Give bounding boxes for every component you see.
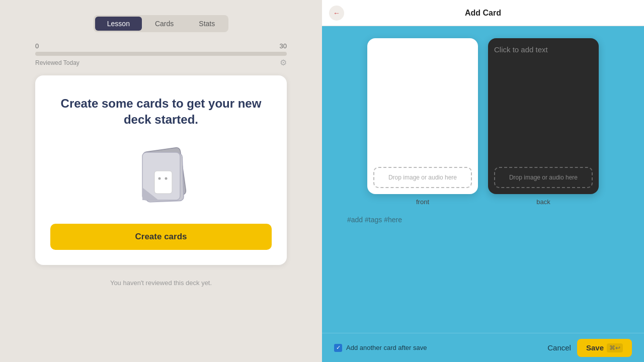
add-another-label: Add another card after save (346, 344, 427, 351)
back-arrow-icon: ← (333, 9, 340, 17)
back-card-text-placeholder[interactable]: Click to add text (494, 45, 593, 167)
tags-input[interactable] (347, 214, 619, 226)
reviewed-text: Reviewed Today (35, 59, 79, 66)
save-label: Save (586, 343, 604, 352)
front-card-wrapper: Drop image or audio here front (367, 38, 478, 206)
add-another-row: ✓ Add another card after save (334, 344, 427, 352)
bottom-text: You haven't reviewed this deck yet. (110, 279, 212, 287)
back-card-wrapper: Click to add text Drop image or audio he… (488, 38, 599, 206)
front-card-label: front (416, 198, 429, 206)
progress-bar-bg (35, 52, 287, 56)
cards-row: Drop image or audio here front Click to … (347, 38, 619, 206)
tab-cards[interactable]: Cards (143, 17, 186, 31)
back-card[interactable]: Click to add text Drop image or audio he… (488, 38, 599, 194)
deck-illustration (128, 143, 194, 209)
back-button[interactable]: ← (329, 6, 344, 21)
cancel-button[interactable]: Cancel (547, 343, 571, 352)
right-panel: ← Add Card Drop image or audio here fron… (322, 0, 644, 362)
front-drop-zone[interactable]: Drop image or audio here (373, 167, 472, 188)
right-header: ← Add Card (322, 0, 644, 26)
create-cards-button[interactable]: Create cards (50, 224, 272, 250)
back-drop-zone-text: Drop image or audio here (509, 174, 578, 181)
tab-stats[interactable]: Stats (187, 17, 227, 31)
progress-total: 30 (280, 42, 287, 50)
add-another-checkbox[interactable]: ✓ (334, 344, 342, 352)
cards-area: Drop image or audio here front Click to … (322, 26, 644, 333)
back-card-label: back (536, 198, 550, 206)
gear-icon[interactable]: ⚙ (280, 58, 287, 67)
front-card[interactable]: Drop image or audio here (367, 38, 478, 194)
main-card: Create some cards to get your new deck s… (35, 75, 287, 265)
main-card-title: Create some cards to get your new deck s… (50, 96, 272, 128)
tab-group: Lesson Cards Stats (94, 15, 228, 32)
progress-current: 0 (35, 42, 39, 50)
save-button[interactable]: Save ⌘↩ (577, 339, 632, 357)
svg-rect-4 (154, 171, 172, 194)
svg-point-6 (165, 177, 168, 179)
progress-section: 0 30 Reviewed Today ⚙ (35, 42, 287, 67)
right-title: Add Card (465, 9, 501, 18)
front-drop-zone-text: Drop image or audio here (388, 174, 457, 181)
svg-point-5 (158, 177, 161, 179)
tab-lesson[interactable]: Lesson (95, 17, 142, 31)
back-drop-zone[interactable]: Drop image or audio here (494, 167, 593, 188)
save-shortcut: ⌘↩ (607, 343, 623, 352)
left-panel: Lesson Cards Stats 0 30 Reviewed Today ⚙… (0, 0, 322, 362)
right-footer: ✓ Add another card after save Cancel Sav… (322, 333, 644, 362)
footer-right: Cancel Save ⌘↩ (547, 339, 632, 357)
